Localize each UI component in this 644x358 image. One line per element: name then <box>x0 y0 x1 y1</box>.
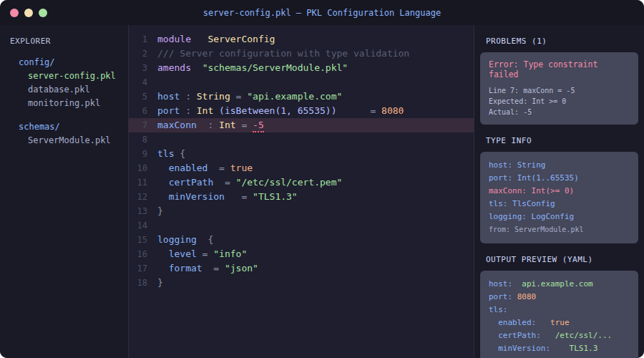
yaml-row: minVersion: TLS1.3 <box>489 342 630 355</box>
explorer-list: config/server-config.pkldatabase.pklmoni… <box>0 56 128 147</box>
code-text: host : String = "api.example.com" <box>157 90 342 104</box>
explorer-file[interactable]: ServerModule.pkl <box>0 134 128 147</box>
code-text: certPath = "/etc/ssl/cert.pem" <box>157 175 342 190</box>
code-line[interactable]: 9tls { <box>129 147 474 161</box>
type-info-row: tls: TlsConfig <box>489 198 630 211</box>
code-line[interactable]: 14 <box>129 218 474 233</box>
line-number: 5 <box>129 90 147 104</box>
code-line[interactable]: 11 certPath = "/etc/ssl/cert.pem" <box>129 175 474 190</box>
code-text: enabled = true <box>157 161 253 175</box>
line-number: 15 <box>129 233 147 247</box>
explorer-file[interactable]: server-config.pkl <box>0 69 128 83</box>
code-lines: 1module ServerConfig2/// Server configur… <box>129 32 474 290</box>
code-text: } <box>157 204 163 218</box>
problem-details: Line 7: maxConn = -5Expected: Int >= 0Ac… <box>489 85 630 117</box>
yaml-row: certPath: /etc/ssl/... <box>489 329 630 342</box>
app-window: server-config.pkl — PKL Configuration La… <box>0 0 644 358</box>
yaml-row: port: 8080 <box>489 291 630 304</box>
code-line[interactable]: 8 <box>129 132 474 147</box>
type-info-header: TYPE INFO <box>486 136 633 145</box>
problem-detail: Actual: -5 <box>489 107 630 117</box>
line-number: 6 <box>129 104 147 118</box>
line-number: 18 <box>129 276 147 290</box>
yaml-row: enabled: true <box>489 316 630 329</box>
title-bar: server-config.pkl — PKL Configuration La… <box>0 0 644 25</box>
type-info-row: maxConn: Int(>= 0) <box>489 185 630 198</box>
yaml-preview: host: api.example.comport: 8080tls: enab… <box>489 278 630 358</box>
code-line[interactable]: 4 <box>129 75 474 90</box>
line-number: 10 <box>129 161 147 175</box>
yaml-row: logging: <box>489 355 630 358</box>
problem-detail: Line 7: maxConn = -5 <box>489 85 630 96</box>
explorer-folder[interactable]: schemas/ <box>0 120 128 134</box>
yaml-row: tls: <box>489 304 630 316</box>
code-line[interactable]: 5host : String = "api.example.com" <box>129 90 474 104</box>
explorer-file[interactable]: monitoring.pkl <box>0 97 128 110</box>
code-editor[interactable]: 1module ServerConfig2/// Server configur… <box>129 25 474 358</box>
code-line[interactable]: 7maxConn : Int = -5 <box>129 118 474 132</box>
problems-header: PROBLEMS (1) <box>486 37 633 46</box>
code-line[interactable]: 3amends "schemas/ServerModule.pkl" <box>129 61 474 75</box>
yaml-preview-card: host: api.example.comport: 8080tls: enab… <box>480 271 638 358</box>
code-line[interactable]: 15logging { <box>129 233 474 247</box>
code-text: maxConn : Int = -5 <box>157 118 264 132</box>
line-number: 3 <box>129 61 147 75</box>
code-text: tls { <box>157 147 185 161</box>
code-text: logging { <box>157 233 213 247</box>
type-info-row: from: ServerModule.pkl <box>489 223 630 236</box>
code-line[interactable]: 16 level = "info" <box>129 247 474 261</box>
problems-card[interactable]: Error: Type constraint failed Line 7: ma… <box>480 52 638 125</box>
line-number: 9 <box>129 147 147 161</box>
line-number: 8 <box>129 132 147 147</box>
code-line[interactable]: 12 minVersion = "TLS1.3" <box>129 190 474 204</box>
code-text: level = "info" <box>157 247 247 261</box>
right-panel: PROBLEMS (1) Error: Type constraint fail… <box>474 25 644 358</box>
code-line[interactable]: 13} <box>129 204 474 218</box>
line-number: 11 <box>129 175 147 190</box>
type-info-row: host: String <box>489 159 630 172</box>
code-line[interactable]: 2/// Server configuration with type vali… <box>129 47 474 61</box>
code-text: format = "json" <box>157 261 258 276</box>
code-text: module ServerConfig <box>157 32 275 47</box>
code-text: port : Int (isBetween(1, 65535)) = 8080 <box>157 104 404 118</box>
type-info-row: port: Int(1..65535) <box>489 172 630 185</box>
line-number: 1 <box>129 32 147 47</box>
code-text: minVersion = "TLS1.3" <box>157 190 298 204</box>
explorer-sidebar: EXPLORER config/server-config.pkldatabas… <box>0 25 129 358</box>
code-line[interactable]: 18} <box>129 276 474 290</box>
line-number: 14 <box>129 218 147 233</box>
line-number: 16 <box>129 247 147 261</box>
problem-error-title: Error: Type constraint failed <box>489 59 630 79</box>
code-text: /// Server configuration with type valid… <box>157 47 409 61</box>
code-text: } <box>157 276 163 290</box>
line-number: 4 <box>129 75 147 90</box>
yaml-row: host: api.example.com <box>489 278 630 291</box>
code-text: amends "schemas/ServerModule.pkl" <box>157 61 348 75</box>
code-line[interactable]: 1module ServerConfig <box>129 32 474 47</box>
line-number: 13 <box>129 204 147 218</box>
type-info-card: host: Stringport: Int(1..65535)maxConn: … <box>480 152 638 243</box>
line-number: 17 <box>129 261 147 276</box>
type-info-row: logging: LogConfig <box>489 211 630 223</box>
line-number: 7 <box>129 118 147 132</box>
code-line[interactable]: 17 format = "json" <box>129 261 474 276</box>
explorer-folder[interactable]: config/ <box>0 56 128 69</box>
explorer-file[interactable]: database.pkl <box>0 83 128 97</box>
type-info-list: host: Stringport: Int(1..65535)maxConn: … <box>489 159 630 236</box>
error-squiggle: -5 <box>253 120 264 132</box>
code-line[interactable]: 10 enabled = true <box>129 161 474 175</box>
line-number: 2 <box>129 47 147 61</box>
main-area: EXPLORER config/server-config.pkldatabas… <box>0 25 644 358</box>
output-preview-header: OUTPUT PREVIEW (YAML) <box>486 255 633 264</box>
problem-detail: Expected: Int >= 0 <box>489 96 630 107</box>
window-title: server-config.pkl — PKL Configuration La… <box>0 8 644 18</box>
explorer-header: EXPLORER <box>10 37 128 46</box>
code-line[interactable]: 6port : Int (isBetween(1, 65535)) = 8080 <box>129 104 474 118</box>
line-number: 12 <box>129 190 147 204</box>
